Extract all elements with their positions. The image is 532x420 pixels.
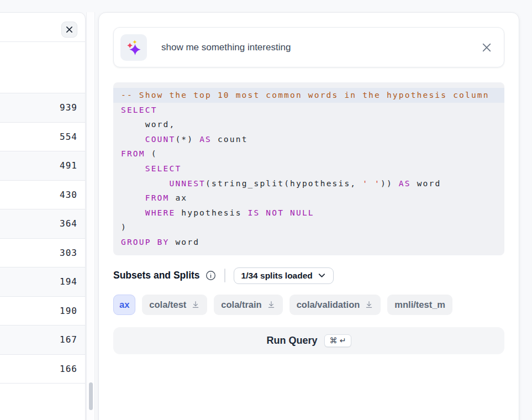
code-line: -- Show the top 10 most common words in … [113,88,504,103]
table-row[interactable]: 430 [0,181,85,210]
close-panel-button[interactable] [61,22,77,38]
split-chip[interactable]: cola/train [214,295,282,315]
table-row[interactable]: 166 [0,355,85,384]
table-panel-header [0,13,85,42]
splits-loaded-dropdown[interactable]: 1/34 splits loaded [234,267,334,284]
code-line: COUNT(*) AS count [113,132,504,147]
info-icon[interactable] [206,270,216,281]
code-line: UNNEST(string_split(hypothesis, ' ')) AS… [113,176,504,191]
close-icon [482,43,491,52]
split-chip[interactable]: ax [113,295,135,315]
run-query-label: Run Query [266,335,317,347]
code-line: SELECT [113,161,504,176]
sparkles-icon [125,39,142,56]
split-chip-label: cola/test [149,300,186,310]
split-chip-label: cola/train [221,300,261,310]
table-row[interactable]: 303 [0,239,85,268]
code-line: ) [113,220,504,235]
split-chip[interactable]: mnli/test_m [387,295,452,315]
table-header-row [0,42,85,93]
code-line: WHERE hypothesis IS NOT NULL [113,206,504,221]
code-line: SELECT [113,103,504,118]
close-icon [66,26,73,33]
split-chip-label: ax [119,300,129,310]
split-chip[interactable]: cola/validation [289,295,381,315]
ai-sparkle-tile [120,34,147,61]
run-query-button[interactable]: Run Query ⌘ ↵ [113,327,504,354]
code-line: GROUP BY word [113,235,504,250]
sql-console-panel: show me something interesting -- Show th… [98,12,519,420]
ai-query-bar[interactable]: show me something interesting [113,27,504,67]
split-chip-label: mnli/test_m [394,300,445,310]
code-line: FROM ( [113,146,504,161]
split-chips-row: axcola/test cola/train cola/validation m… [113,295,519,315]
table-body: 939554491430364303194190167166 [0,93,85,384]
sql-editor[interactable]: -- Show the top 10 most common words in … [113,82,504,255]
ai-query-input[interactable]: show me something interesting [161,42,466,53]
table-scrollbar-thumb[interactable] [89,382,93,410]
table-row[interactable]: 190 [0,297,85,326]
table-row[interactable]: 491 [0,151,85,181]
splits-loaded-label: 1/34 splits loaded [241,271,313,281]
subsets-splits-header: Subsets and Splits 1/34 splits loaded [113,266,504,285]
split-chip[interactable]: cola/test [142,295,207,315]
table-row[interactable]: 167 [0,326,85,355]
table-row[interactable]: 554 [0,123,85,152]
clear-query-button[interactable] [481,41,493,54]
table-row[interactable]: 939 [0,93,85,123]
split-chip-label: cola/validation [297,300,360,310]
keyboard-shortcut-badge: ⌘ ↵ [324,334,351,347]
chevron-down-icon [318,271,326,280]
table-row[interactable]: 364 [0,209,85,239]
table-row[interactable]: 194 [0,267,85,297]
code-line: FROM ax [113,191,504,206]
subsets-splits-title: Subsets and Splits [113,270,200,281]
divider [224,269,225,282]
download-icon [191,300,200,309]
download-icon [365,300,373,309]
dataset-table-panel: 939554491430364303194190167166 [0,12,86,420]
download-icon [267,300,276,309]
table-scrollbar-track[interactable] [86,12,95,420]
code-line: word, [113,117,504,132]
